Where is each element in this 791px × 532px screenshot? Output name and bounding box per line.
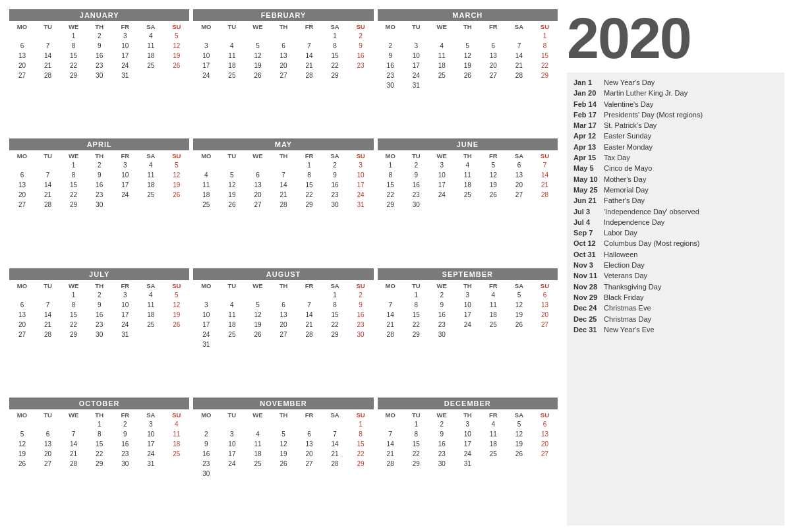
day-header-mo: MO xyxy=(193,411,219,419)
day-cell: 20 xyxy=(270,320,296,330)
day-cell: 27 xyxy=(270,330,296,340)
day-cell: 28 xyxy=(378,330,403,340)
day-cell: 15 xyxy=(403,439,429,449)
day-cell: 27 xyxy=(245,200,270,210)
day-header-sa: SA xyxy=(506,152,532,160)
month-july: JULYMOTUWETHFRSASU1234567891011121314151… xyxy=(9,268,189,394)
day-cell: 12 xyxy=(245,310,270,320)
day-cell: 22 xyxy=(322,320,348,330)
day-cell: 21 xyxy=(506,61,532,71)
day-cell: 1 xyxy=(61,290,86,300)
day-cell: 2 xyxy=(86,160,112,170)
month-january: JANUARYMOTUWETHFRSASU1234567891011121314… xyxy=(9,9,189,134)
day-cell: 18 xyxy=(219,320,245,330)
day-cell: 11 xyxy=(429,51,455,61)
day-cell: 7 xyxy=(35,170,61,180)
day-header-we: WE xyxy=(61,411,86,419)
day-header-th: TH xyxy=(270,281,296,290)
day-cell: 25 xyxy=(138,61,163,71)
day-cell: 10 xyxy=(219,439,245,449)
day-cell: 23 xyxy=(112,449,138,459)
day-cell: 2 xyxy=(86,31,112,41)
day-cell: 17 xyxy=(112,51,138,61)
month-header: MARCH xyxy=(378,9,558,21)
day-cell: 2 xyxy=(348,31,374,41)
day-cell: 17 xyxy=(455,310,481,320)
day-cell: 2 xyxy=(86,290,112,300)
day-header-su: SU xyxy=(348,411,374,419)
holiday-row: Nov 29Black Friday xyxy=(573,293,778,302)
day-cell: 13 xyxy=(297,439,322,449)
day-empty xyxy=(193,160,219,170)
day-empty xyxy=(429,31,455,41)
day-cell: 17 xyxy=(112,310,138,320)
day-cell: 6 xyxy=(270,300,296,310)
day-cell: 7 xyxy=(297,41,322,51)
day-cell: 29 xyxy=(403,459,429,469)
day-cell: 17 xyxy=(429,180,455,190)
day-cell: 26 xyxy=(219,200,245,210)
day-cell: 5 xyxy=(245,300,270,310)
day-cell: 8 xyxy=(297,170,322,180)
day-cell: 28 xyxy=(322,459,348,469)
day-cell: 9 xyxy=(429,300,455,310)
day-cell: 23 xyxy=(429,449,455,459)
day-cell: 15 xyxy=(348,439,374,449)
holiday-row: Apr 13Easter Monday xyxy=(573,142,778,152)
day-cell: 16 xyxy=(322,180,348,190)
day-header-fr: FR xyxy=(297,22,322,31)
day-header-mo: MO xyxy=(9,411,35,419)
month-header: OCTOBER xyxy=(9,398,189,409)
day-cell: 28 xyxy=(532,190,558,200)
day-cell: 12 xyxy=(163,300,189,310)
day-cell: 30 xyxy=(378,80,403,90)
day-empty xyxy=(9,419,35,429)
day-cell: 3 xyxy=(403,41,429,51)
day-cell: 21 xyxy=(322,449,348,459)
day-cell: 26 xyxy=(455,71,481,80)
day-cell: 7 xyxy=(532,160,558,170)
day-cell: 29 xyxy=(297,200,322,210)
day-cell: 8 xyxy=(86,429,112,439)
day-header-sa: SA xyxy=(506,281,532,290)
day-cell: 21 xyxy=(297,61,322,71)
day-cell: 23 xyxy=(322,190,348,200)
day-cell: 15 xyxy=(378,180,403,190)
day-cell: 9 xyxy=(322,170,348,180)
day-empty xyxy=(35,419,61,429)
day-cell: 17 xyxy=(219,449,245,459)
day-header-we: WE xyxy=(245,152,270,160)
day-cell: 17 xyxy=(112,180,138,190)
day-header-fr: FR xyxy=(112,152,138,160)
day-cell: 5 xyxy=(9,429,35,439)
day-cell: 17 xyxy=(193,61,219,71)
holiday-name: New Year's Eve xyxy=(604,325,655,334)
holiday-row: Oct 12Columbus Day (Most regions) xyxy=(573,239,778,248)
day-header-mo: MO xyxy=(193,22,219,31)
day-empty xyxy=(219,290,245,300)
day-header-su: SU xyxy=(348,281,374,290)
day-header-mo: MO xyxy=(378,152,403,160)
day-header-th: TH xyxy=(455,281,481,290)
day-header-su: SU xyxy=(348,22,374,31)
day-cell: 22 xyxy=(297,190,322,200)
day-cell: 28 xyxy=(297,330,322,340)
day-cell: 16 xyxy=(429,439,455,449)
day-cell: 23 xyxy=(86,320,112,330)
day-cell: 12 xyxy=(219,180,245,190)
day-cell: 14 xyxy=(378,439,403,449)
month-grid: MOTUWETHFRSASU12345678910111213141516171… xyxy=(378,152,558,210)
day-empty xyxy=(270,419,296,429)
day-cell: 6 xyxy=(506,160,532,170)
day-cell: 12 xyxy=(163,170,189,180)
holiday-name: Valentine's Day xyxy=(604,100,653,109)
holiday-date: Apr 15 xyxy=(573,153,604,162)
day-cell: 13 xyxy=(532,300,558,310)
day-empty xyxy=(455,31,481,41)
day-header-fr: FR xyxy=(112,281,138,290)
holidays-list: Jan 1New Year's DayJan 20Martin Luther K… xyxy=(567,73,784,525)
day-cell: 31 xyxy=(348,200,374,210)
day-cell: 25 xyxy=(429,71,455,80)
day-cell: 4 xyxy=(138,290,163,300)
day-cell: 31 xyxy=(193,340,219,349)
